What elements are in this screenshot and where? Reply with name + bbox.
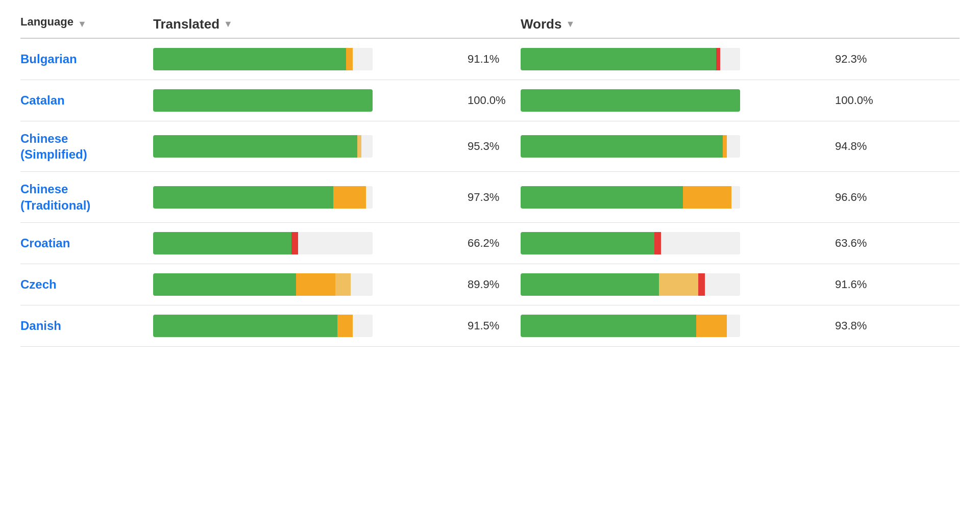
words-bar-col: [521, 273, 827, 296]
table-row: Bulgarian91.1%92.3%: [20, 39, 960, 80]
language-name[interactable]: Chinese (Simplified): [20, 131, 153, 162]
language-sort-icon[interactable]: ▼: [78, 19, 87, 30]
translated-bar-col: [153, 232, 459, 254]
translated-percentage: 89.9%: [459, 278, 521, 291]
words-bar-col: [521, 186, 827, 209]
bar-segment: [521, 186, 683, 209]
bar-segment: [521, 89, 740, 112]
table-row: Croatian66.2%63.6%: [20, 223, 960, 264]
words-percentage: 91.6%: [827, 278, 888, 291]
bar-segment: [153, 273, 296, 296]
translated-percentage: 97.3%: [459, 191, 521, 204]
translated-percentage: 100.0%: [459, 94, 521, 107]
table-row: Danish91.5%93.8%: [20, 305, 960, 347]
words-percentage: 92.3%: [827, 53, 888, 66]
language-name[interactable]: Bulgarian: [20, 51, 153, 67]
words-percentage: 93.8%: [827, 319, 888, 332]
bar-segment: [153, 89, 373, 112]
bar-segment: [659, 273, 698, 296]
bar-segment: [351, 273, 373, 296]
bar-segment: [521, 48, 716, 70]
bar-segment: [153, 232, 291, 254]
bar-segment: [661, 232, 740, 254]
language-name[interactable]: Croatian: [20, 235, 153, 251]
language-name[interactable]: Catalan: [20, 92, 153, 108]
translated-bar-col: [153, 315, 459, 337]
translated-percentage: 66.2%: [459, 237, 521, 250]
table-row: Chinese (Simplified)95.3%94.8%: [20, 121, 960, 172]
bar-segment: [683, 186, 731, 209]
words-percentage: 63.6%: [827, 237, 888, 250]
bar-segment: [696, 315, 727, 337]
bar-segment: [333, 186, 366, 209]
bar-segment: [716, 48, 721, 70]
table-header-row: Language ▼ Translated ▼ Words ▼: [20, 10, 960, 39]
words-percentage: 100.0%: [827, 94, 888, 107]
translated-percentage: 95.3%: [459, 140, 521, 153]
translated-progress-bar: [153, 315, 373, 337]
bar-segment: [353, 48, 373, 70]
bar-segment: [723, 135, 727, 158]
translated-percentage: 91.5%: [459, 319, 521, 332]
words-bar-col: [521, 315, 827, 337]
table-body: Bulgarian91.1%92.3%Catalan100.0%100.0%Ch…: [20, 39, 960, 347]
table-row: Chinese (Traditional)97.3%96.6%: [20, 172, 960, 222]
words-percentage: 94.8%: [827, 140, 888, 153]
bar-segment: [335, 273, 351, 296]
bar-segment: [731, 186, 740, 209]
translated-progress-bar: [153, 89, 373, 112]
language-column-header: Language ▼: [20, 15, 153, 33]
words-progress-bar: [521, 186, 740, 209]
bar-segment: [353, 315, 373, 337]
translated-bar-col: [153, 273, 459, 296]
bar-segment: [727, 315, 740, 337]
words-progress-bar: [521, 89, 740, 112]
bar-segment: [720, 48, 740, 70]
translated-column-header: Translated ▼: [153, 16, 459, 32]
translated-bar-col: [153, 135, 459, 158]
words-bar-col: [521, 89, 827, 112]
table-row: Czech89.9%91.6%: [20, 264, 960, 305]
translated-progress-bar: [153, 135, 373, 158]
bar-segment: [337, 315, 353, 337]
bar-segment: [346, 48, 353, 70]
language-column-title: Language: [20, 15, 74, 29]
bar-segment: [366, 186, 373, 209]
language-name[interactable]: Danish: [20, 318, 153, 333]
words-column-header: Words ▼: [521, 16, 827, 32]
bar-segment: [153, 186, 333, 209]
translated-percentage: 91.1%: [459, 53, 521, 66]
bar-segment: [698, 273, 705, 296]
words-progress-bar: [521, 273, 740, 296]
translation-table: Language ▼ Translated ▼ Words ▼ Bulgaria…: [0, 0, 980, 514]
language-name[interactable]: Czech: [20, 276, 153, 292]
bar-segment: [705, 273, 740, 296]
words-bar-col: [521, 48, 827, 70]
bar-segment: [153, 315, 337, 337]
bar-segment: [153, 135, 357, 158]
words-progress-bar: [521, 48, 740, 70]
words-sort-icon[interactable]: ▼: [566, 19, 575, 30]
words-bar-col: [521, 135, 827, 158]
words-label: Words: [521, 16, 561, 32]
bar-segment: [521, 135, 723, 158]
words-percentage: 96.6%: [827, 191, 888, 204]
bar-segment: [357, 135, 362, 158]
bar-segment: [521, 273, 659, 296]
translated-bar-col: [153, 89, 459, 112]
words-progress-bar: [521, 232, 740, 254]
bar-segment: [296, 273, 335, 296]
words-progress-bar: [521, 315, 740, 337]
bar-segment: [298, 232, 373, 254]
bar-segment: [361, 135, 373, 158]
bar-segment: [727, 135, 740, 158]
translated-progress-bar: [153, 273, 373, 296]
words-progress-bar: [521, 135, 740, 158]
words-bar-col: [521, 232, 827, 254]
bar-segment: [291, 232, 298, 254]
language-name[interactable]: Chinese (Traditional): [20, 181, 153, 213]
translated-progress-bar: [153, 48, 373, 70]
translated-sort-icon[interactable]: ▼: [224, 19, 233, 30]
translated-bar-col: [153, 186, 459, 209]
table-row: Catalan100.0%100.0%: [20, 80, 960, 121]
